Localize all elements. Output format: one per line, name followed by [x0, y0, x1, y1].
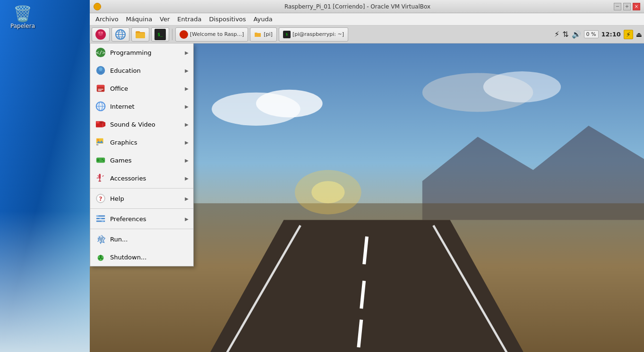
svg-rect-44	[98, 181, 101, 182]
internet-label: Internet	[110, 103, 185, 110]
graphics-icon	[95, 137, 106, 148]
terminal-button[interactable]: $_	[151, 27, 169, 42]
graphics-label: Graphics	[110, 139, 185, 146]
menu-archivo[interactable]: Archivo	[92, 15, 122, 24]
menu-item-programming[interactable]: </> Programming ▶	[90, 43, 193, 61]
svg-rect-43	[99, 179, 100, 181]
preferences-label: Preferences	[110, 215, 185, 223]
menu-item-sound-video[interactable]: Sound & Video ▶	[90, 115, 193, 133]
clock: 12:10	[601, 31, 621, 38]
minimize-button[interactable]: −	[614, 3, 621, 10]
menu-item-help[interactable]: ? Help ▶	[90, 189, 193, 207]
desktop-background: 🗑️ Papelera	[0, 0, 90, 352]
menu-item-shutdown[interactable]: Shutdown...	[90, 248, 193, 266]
welcome-window-button[interactable]: [Welcome to Rasp...]	[175, 27, 248, 42]
svg-rect-42	[99, 174, 101, 179]
bluetooth-icon[interactable]: ⚡	[554, 30, 559, 39]
pi-folder-icon	[254, 31, 262, 38]
window-title: Raspberry_Pi_01 [Corriendo] - Oracle VM …	[101, 3, 614, 10]
help-label: Help	[110, 195, 185, 202]
svg-marker-32	[103, 121, 106, 128]
vbox-icon	[94, 3, 101, 10]
maximize-button[interactable]: +	[623, 3, 631, 10]
menu-entrada[interactable]: Entrada	[173, 15, 205, 24]
network-icon[interactable]: ⇅	[562, 30, 568, 39]
window-controls: − + ×	[614, 3, 640, 10]
title-bar-left	[94, 3, 101, 10]
svg-point-12	[256, 90, 323, 118]
pi-folder-label: [pi]	[264, 31, 273, 37]
help-icon: ?	[95, 193, 106, 204]
office-arrow: ▶	[185, 86, 189, 91]
svg-rect-55	[96, 221, 105, 222]
graphics-arrow: ▶	[185, 140, 189, 145]
terminal-icon: $_	[155, 29, 166, 40]
menu-bar: Archivo Máquina Ver Entrada Dispositivos…	[90, 13, 644, 26]
svg-rect-56	[102, 221, 104, 222]
preferences-icon	[95, 213, 106, 224]
terminal-window-button[interactable]: $ [pi@raspberrypi: ~]	[279, 27, 348, 42]
svg-rect-30	[96, 122, 99, 124]
trash-label: Papelera	[10, 23, 35, 29]
svg-rect-52	[96, 215, 99, 217]
menu-maquina[interactable]: Máquina	[122, 15, 156, 24]
snow-decoration	[0, 211, 90, 352]
office-label: Office	[110, 85, 185, 92]
svg-text:?: ?	[99, 195, 102, 202]
svg-line-47	[97, 178, 99, 178]
welcome-label: [Welcome to Rasp...]	[190, 31, 244, 37]
menu-ver[interactable]: Ver	[156, 15, 173, 24]
accessories-label: Accessories	[110, 175, 185, 182]
programming-label: Programming	[110, 49, 185, 56]
trash-icon-desktop[interactable]: 🗑️ Papelera	[9, 5, 37, 29]
taskbar: $_ [Welcome to Rasp...] [pi] $ [pi@raspb…	[90, 26, 644, 43]
svg-point-20	[99, 68, 102, 71]
menu-item-preferences[interactable]: Preferences ▶	[90, 210, 193, 228]
application-menu: </> Programming ▶ Education ▶ Office ▶	[90, 43, 194, 266]
programming-icon: </>	[95, 47, 106, 58]
education-arrow: ▶	[185, 68, 189, 73]
browser-icon	[115, 29, 126, 40]
menu-item-accessories[interactable]: Accessories ▶	[90, 169, 193, 187]
games-arrow: ▶	[185, 158, 189, 163]
menu-item-internet[interactable]: Internet ▶	[90, 97, 193, 115]
pi-menu-button[interactable]	[92, 27, 110, 42]
menu-item-education[interactable]: Education ▶	[90, 61, 193, 79]
sound-video-icon	[95, 119, 106, 130]
menu-item-games[interactable]: Games ▶	[90, 151, 193, 169]
browser-button[interactable]	[112, 27, 129, 42]
svg-line-45	[98, 176, 99, 177]
menu-item-office[interactable]: Office ▶	[90, 79, 193, 97]
close-button[interactable]: ×	[633, 3, 640, 10]
svg-point-14	[483, 71, 561, 103]
menu-item-graphics[interactable]: Graphics ▶	[90, 133, 193, 151]
menu-ayuda[interactable]: Ayuda	[250, 15, 276, 24]
sound-video-label: Sound & Video	[110, 121, 185, 128]
eject-icon[interactable]: ⏏	[636, 31, 642, 38]
svg-point-16	[311, 181, 344, 203]
svg-line-46	[103, 176, 104, 177]
preferences-arrow: ▶	[185, 216, 189, 222]
pi-folder-window-button[interactable]: [pi]	[250, 27, 277, 42]
shutdown-label: Shutdown...	[110, 254, 189, 261]
svg-rect-54	[99, 218, 102, 219]
menu-dispositivos[interactable]: Dispositivos	[205, 15, 249, 24]
terminal-window-label: [pi@raspberrypi: ~]	[292, 31, 344, 37]
programming-arrow: ▶	[185, 50, 189, 55]
volume-icon[interactable]: 🔊	[572, 30, 581, 39]
svg-rect-22	[97, 85, 105, 87]
taskbar-separator-1	[172, 29, 172, 40]
svg-point-3	[101, 32, 103, 34]
svg-point-40	[102, 159, 103, 160]
education-icon	[95, 65, 106, 76]
games-label: Games	[110, 157, 185, 164]
terminal-window-icon: $	[283, 31, 291, 38]
education-label: Education	[110, 67, 185, 74]
svg-rect-39	[97, 160, 100, 161]
run-label: Run...	[110, 236, 189, 243]
menu-item-run[interactable]: Run...	[90, 230, 193, 248]
folder-button[interactable]	[131, 27, 149, 42]
svg-point-34	[97, 139, 99, 141]
svg-point-2	[98, 32, 100, 34]
office-icon	[95, 83, 106, 94]
